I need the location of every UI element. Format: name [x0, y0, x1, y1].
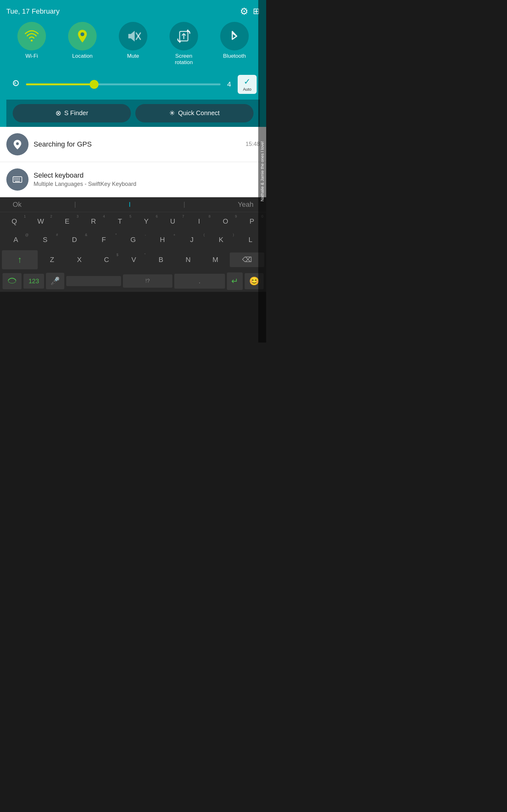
- key-q[interactable]: 1Q: [2, 213, 26, 229]
- enter-key[interactable]: ↵: [227, 272, 243, 290]
- key-e[interactable]: 3E: [55, 213, 79, 229]
- key-m[interactable]: M: [203, 252, 228, 268]
- bluetooth-circle[interactable]: [220, 22, 249, 50]
- wifi-label: Wi-Fi: [25, 53, 38, 59]
- keyboard-area: Ok | I | Yeah 1Q 2W 3E 4R 5T 6Y 7U 8I 9O…: [0, 197, 266, 292]
- brightness-value: 4: [224, 80, 234, 89]
- sub-lparen: (: [204, 233, 205, 237]
- sub-3: 3: [77, 214, 78, 218]
- microphone-key[interactable]: 🎤: [46, 273, 64, 289]
- suggestion-ok[interactable]: Ok: [13, 200, 21, 209]
- quick-connect-button[interactable]: ✳ Quick Connect: [135, 104, 253, 122]
- brightness-slider[interactable]: [26, 84, 221, 85]
- notification-panel: Tue, 17 February ⚙ ⊞ Wi-Fi: [0, 0, 266, 127]
- qs-item-rotation[interactable]: Screenrotation: [163, 22, 205, 66]
- key-n[interactable]: N: [175, 252, 201, 268]
- punctuation-key[interactable]: !?: [123, 274, 172, 288]
- sub-star: *: [115, 233, 117, 237]
- key-o[interactable]: 9O: [213, 213, 238, 229]
- keyboard-row-2: @A #S &D *F -G +H (J )K L: [0, 231, 266, 249]
- suggestion-i[interactable]: I: [129, 200, 130, 209]
- rotation-circle[interactable]: [170, 22, 198, 50]
- period-key[interactable]: .: [174, 274, 225, 289]
- qs-item-bluetooth[interactable]: Bluetooth: [214, 22, 255, 59]
- sub-rparen: ): [233, 233, 234, 237]
- brightness-fill: [26, 84, 94, 85]
- sub-5: 5: [129, 214, 131, 218]
- sub-2: 2: [50, 214, 52, 218]
- key-x[interactable]: X: [66, 252, 92, 268]
- key-c[interactable]: $C: [94, 252, 119, 268]
- key-i[interactable]: 8I: [187, 213, 211, 229]
- qs-item-location[interactable]: Location: [62, 22, 103, 59]
- shift-key[interactable]: ↑: [2, 250, 38, 269]
- s-finder-icon: ⊗: [55, 109, 61, 117]
- key-k[interactable]: )K: [207, 232, 235, 248]
- key-z[interactable]: Z: [39, 252, 65, 268]
- sub-1: 1: [24, 214, 26, 218]
- suggestion-divider-2: |: [183, 201, 185, 208]
- brightness-track: [26, 84, 221, 85]
- key-b[interactable]: B: [148, 252, 174, 268]
- settings-icon[interactable]: ⚙: [240, 6, 248, 17]
- key-v[interactable]: "V: [121, 252, 147, 268]
- space-key[interactable]: [66, 276, 121, 286]
- sub-quote: ": [145, 253, 146, 257]
- 123-key[interactable]: 123: [23, 274, 44, 289]
- gps-notif-title: Searching for GPS: [34, 140, 240, 148]
- quick-settings-row: Wi-Fi Location Mute: [6, 22, 260, 66]
- keyboard-notif-icon-circle: [6, 168, 29, 191]
- date-text: Tue, 17 February: [6, 7, 60, 15]
- quick-connect-label: Quick Connect: [178, 109, 220, 117]
- sub-4: 4: [103, 214, 105, 218]
- key-g[interactable]: -G: [119, 232, 147, 248]
- bluetooth-label: Bluetooth: [223, 53, 246, 59]
- gps-notif-content: Searching for GPS: [34, 140, 240, 148]
- gps-notif-icon-circle: [6, 133, 29, 155]
- auto-button[interactable]: ✓ Auto: [238, 75, 257, 94]
- suggestion-divider-1: |: [74, 201, 76, 208]
- sub-dollar: $: [116, 253, 118, 257]
- auto-checkmark-icon: ✓: [244, 77, 250, 87]
- gps-notif-icon: [12, 139, 23, 150]
- qs-item-mute[interactable]: Mute: [112, 22, 154, 59]
- key-w[interactable]: 2W: [28, 213, 53, 229]
- svg-marker-2: [128, 31, 135, 42]
- keyboard-notif-icon: [12, 174, 23, 185]
- svg-point-0: [31, 40, 33, 42]
- location-icon: [74, 28, 90, 44]
- swiftkey-logo[interactable]: [3, 273, 21, 289]
- svg-point-8: [16, 142, 19, 145]
- keyboard-notif-title: Select keyboard: [34, 171, 260, 180]
- key-h[interactable]: +H: [149, 232, 176, 248]
- mute-label: Mute: [127, 53, 139, 59]
- sub-9: 9: [235, 214, 237, 218]
- mute-circle[interactable]: [119, 22, 147, 50]
- gps-notification[interactable]: Searching for GPS 15:48: [0, 127, 266, 162]
- rotation-label: Screenrotation: [175, 53, 193, 66]
- key-d[interactable]: &D: [60, 232, 89, 248]
- sub-7: 7: [182, 214, 184, 218]
- mute-icon: [125, 28, 141, 44]
- suggestion-yeah[interactable]: Yeah: [238, 200, 253, 209]
- key-t[interactable]: 5T: [107, 213, 132, 229]
- s-finder-button[interactable]: ⊗ S Finder: [13, 104, 131, 122]
- sub-6: 6: [156, 214, 158, 218]
- notifications-area: Searching for GPS 15:48 Select keyboard …: [0, 127, 266, 197]
- key-r[interactable]: 4R: [81, 213, 106, 229]
- wifi-circle[interactable]: [17, 22, 46, 50]
- qs-item-wifi[interactable]: Wi-Fi: [11, 22, 52, 59]
- side-text-content: Nathalie & Jamie the ones I love!: [260, 141, 265, 201]
- key-f[interactable]: *F: [90, 232, 118, 248]
- auto-label: Auto: [243, 87, 251, 92]
- key-a[interactable]: @A: [2, 232, 30, 248]
- keyboard-notification[interactable]: Select keyboard Multiple Languages - Swi…: [0, 162, 266, 197]
- sub-hash: #: [56, 233, 58, 237]
- word-suggestions-bar: Ok | I | Yeah: [0, 197, 266, 212]
- location-circle[interactable]: [68, 22, 97, 50]
- keyboard-row-3: ↑ Z X $C "V B N M ⌫: [0, 249, 266, 270]
- key-u[interactable]: 7U: [160, 213, 185, 229]
- key-s[interactable]: #S: [32, 232, 59, 248]
- key-y[interactable]: 6Y: [134, 213, 159, 229]
- key-j[interactable]: (J: [178, 232, 206, 248]
